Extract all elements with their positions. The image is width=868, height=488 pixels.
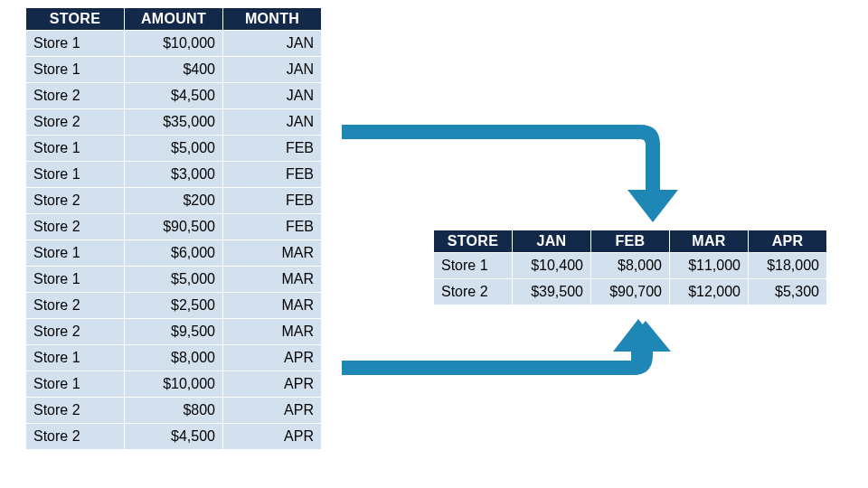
cell-store: Store 1 xyxy=(26,31,125,57)
cell-store: Store 1 xyxy=(26,162,125,188)
table-row: Store 2$4,500JAN xyxy=(26,83,322,109)
cell-month: JAN xyxy=(223,83,322,109)
cell-amount: $5,000 xyxy=(125,267,223,293)
cell-amount: $10,000 xyxy=(125,31,223,57)
col-header-store: STORE xyxy=(26,8,125,31)
table-row: Store 2$2,500MAR xyxy=(26,293,322,319)
table-row: Store 2 $39,500 $90,700 $12,000 $5,300 xyxy=(434,279,827,305)
table-row: Store 2$9,500MAR xyxy=(26,319,322,345)
raw-data-table: STORE AMOUNT MONTH Store 1$10,000JAN Sto… xyxy=(25,7,322,450)
cell-mar: $12,000 xyxy=(670,279,749,305)
cell-month: APR xyxy=(223,424,322,450)
cell-amount: $10,000 xyxy=(125,371,223,398)
table-row: Store 1$3,000FEB xyxy=(26,162,322,188)
table-row: Store 2$35,000JAN xyxy=(26,109,322,136)
cell-jan: $39,500 xyxy=(513,279,591,305)
col-header-amount: AMOUNT xyxy=(125,8,223,31)
cell-amount: $2,500 xyxy=(125,293,223,319)
arrow-up-icon xyxy=(342,312,676,384)
cell-amount: $90,500 xyxy=(125,214,223,240)
cell-store: Store 1 xyxy=(26,136,125,162)
cell-feb: $90,700 xyxy=(591,279,670,305)
cell-amount: $4,500 xyxy=(125,424,223,450)
cell-store: Store 2 xyxy=(26,83,125,109)
cell-apr: $18,000 xyxy=(749,253,827,279)
col-header-feb: FEB xyxy=(591,230,670,253)
cell-store: Store 2 xyxy=(26,188,125,214)
cell-apr: $5,300 xyxy=(749,279,827,305)
cell-store: Store 1 xyxy=(26,345,125,371)
table-row: Store 1$10,000JAN xyxy=(26,31,322,57)
cell-feb: $8,000 xyxy=(591,253,670,279)
cell-store: Store 1 xyxy=(26,267,125,293)
table-row: Store 1$5,000FEB xyxy=(26,136,322,162)
table-row: Store 1$6,000MAR xyxy=(26,240,322,267)
col-header-store: STORE xyxy=(434,230,513,253)
cell-store: Store 1 xyxy=(26,371,125,398)
col-header-jan: JAN xyxy=(513,230,591,253)
table-header-row: STORE AMOUNT MONTH xyxy=(26,8,322,31)
cell-store: Store 1 xyxy=(26,57,125,83)
cell-amount: $4,500 xyxy=(125,83,223,109)
cell-amount: $6,000 xyxy=(125,240,223,267)
cell-store: Store 2 xyxy=(26,424,125,450)
cell-month: APR xyxy=(223,398,322,424)
cell-store: Store 2 xyxy=(26,214,125,240)
cell-amount: $800 xyxy=(125,398,223,424)
table-row: Store 2$200FEB xyxy=(26,188,322,214)
table-row: Store 2$4,500APR xyxy=(26,424,322,450)
cell-amount: $400 xyxy=(125,57,223,83)
cell-month: FEB xyxy=(223,214,322,240)
table-row: Store 2$800APR xyxy=(26,398,322,424)
col-header-month: MONTH xyxy=(223,8,322,31)
cell-month: JAN xyxy=(223,57,322,83)
table-row: Store 1$10,000APR xyxy=(26,371,322,398)
cell-month: MAR xyxy=(223,319,322,345)
cell-store: Store 2 xyxy=(26,319,125,345)
cell-store: Store 2 xyxy=(26,398,125,424)
cell-month: APR xyxy=(223,371,322,398)
cell-month: JAN xyxy=(223,31,322,57)
arrow-down-icon xyxy=(342,117,685,226)
cell-amount: $200 xyxy=(125,188,223,214)
cell-month: APR xyxy=(223,345,322,371)
table-row: Store 1 $10,400 $8,000 $11,000 $18,000 xyxy=(434,253,827,279)
cell-month: MAR xyxy=(223,267,322,293)
cell-month: MAR xyxy=(223,240,322,267)
cell-jan: $10,400 xyxy=(513,253,591,279)
cell-amount: $35,000 xyxy=(125,109,223,136)
cell-store: Store 1 xyxy=(434,253,513,279)
table-row: Store 1$5,000MAR xyxy=(26,267,322,293)
table-header-row: STORE JAN FEB MAR APR xyxy=(434,230,827,253)
cell-month: FEB xyxy=(223,136,322,162)
cell-amount: $9,500 xyxy=(125,319,223,345)
table-row: Store 1$8,000APR xyxy=(26,345,322,371)
cell-amount: $3,000 xyxy=(125,162,223,188)
cell-store: Store 2 xyxy=(26,293,125,319)
cell-store: Store 1 xyxy=(26,240,125,267)
cell-month: JAN xyxy=(223,109,322,136)
cell-amount: $5,000 xyxy=(125,136,223,162)
cell-month: FEB xyxy=(223,188,322,214)
cell-month: FEB xyxy=(223,162,322,188)
col-header-apr: APR xyxy=(749,230,827,253)
table-row: Store 1$400JAN xyxy=(26,57,322,83)
cell-mar: $11,000 xyxy=(670,253,749,279)
col-header-mar: MAR xyxy=(670,230,749,253)
cell-store: Store 2 xyxy=(434,279,513,305)
cell-amount: $8,000 xyxy=(125,345,223,371)
cell-store: Store 2 xyxy=(26,109,125,136)
table-row: Store 2$90,500FEB xyxy=(26,214,322,240)
pivot-table: STORE JAN FEB MAR APR Store 1 $10,400 $8… xyxy=(433,230,827,305)
cell-month: MAR xyxy=(223,293,322,319)
